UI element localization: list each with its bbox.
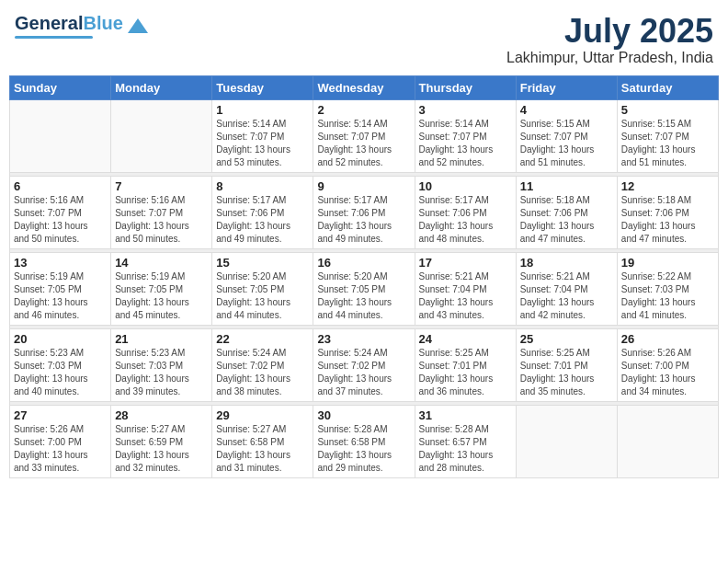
day-number: 22	[216, 332, 309, 346]
day-number: 25	[520, 332, 613, 346]
calendar-week-row-1: 1Sunrise: 5:14 AMSunset: 7:07 PMDaylight…	[10, 99, 719, 172]
calendar-cell: 7Sunrise: 5:16 AMSunset: 7:07 PMDaylight…	[111, 176, 212, 248]
day-info: Sunrise: 5:20 AMSunset: 7:05 PMDaylight:…	[317, 270, 410, 322]
day-info: Sunrise: 5:19 AMSunset: 7:05 PMDaylight:…	[115, 270, 208, 322]
calendar-cell: 2Sunrise: 5:14 AMSunset: 7:07 PMDaylight…	[313, 99, 415, 172]
calendar-cell: 11Sunrise: 5:18 AMSunset: 7:06 PMDayligh…	[516, 176, 617, 248]
calendar-cell: 22Sunrise: 5:24 AMSunset: 7:02 PMDayligh…	[212, 328, 313, 401]
calendar-cell: 10Sunrise: 5:17 AMSunset: 7:06 PMDayligh…	[415, 176, 516, 248]
calendar-cell: 6Sunrise: 5:16 AMSunset: 7:07 PMDaylight…	[10, 176, 111, 248]
day-info: Sunrise: 5:21 AMSunset: 7:04 PMDaylight:…	[419, 270, 512, 322]
calendar-cell: 3Sunrise: 5:14 AMSunset: 7:07 PMDaylight…	[415, 99, 516, 172]
day-info: Sunrise: 5:26 AMSunset: 7:00 PMDaylight:…	[14, 423, 107, 475]
day-info: Sunrise: 5:26 AMSunset: 7:00 PMDaylight:…	[621, 347, 714, 398]
logo-icon	[128, 18, 148, 33]
day-number: 23	[317, 332, 410, 346]
day-info: Sunrise: 5:17 AMSunset: 7:06 PMDaylight:…	[216, 194, 309, 246]
logo-blue-text: Blue	[83, 13, 122, 33]
day-info: Sunrise: 5:25 AMSunset: 7:01 PMDaylight:…	[419, 347, 512, 398]
day-number: 14	[115, 256, 208, 270]
day-info: Sunrise: 5:28 AMSunset: 6:58 PMDaylight:…	[317, 423, 410, 475]
calendar-week-row-4: 20Sunrise: 5:23 AMSunset: 7:03 PMDayligh…	[10, 328, 719, 401]
calendar-week-row-5: 27Sunrise: 5:26 AMSunset: 7:00 PMDayligh…	[10, 405, 719, 477]
calendar-cell: 14Sunrise: 5:19 AMSunset: 7:05 PMDayligh…	[111, 252, 212, 325]
calendar-table: SundayMondayTuesdayWednesdayThursdayFrid…	[9, 75, 719, 478]
day-number: 21	[115, 332, 208, 346]
page-header: GeneralBlue July 2025 Lakhimpur, Uttar P…	[9, 9, 719, 70]
calendar-week-row-3: 13Sunrise: 5:19 AMSunset: 7:05 PMDayligh…	[10, 252, 719, 325]
calendar-cell: 18Sunrise: 5:21 AMSunset: 7:04 PMDayligh…	[516, 252, 617, 325]
logo: GeneralBlue	[15, 13, 148, 39]
calendar-cell	[111, 99, 212, 172]
calendar-cell: 31Sunrise: 5:28 AMSunset: 6:57 PMDayligh…	[415, 405, 516, 477]
day-info: Sunrise: 5:17 AMSunset: 7:06 PMDaylight:…	[317, 194, 410, 246]
day-number: 13	[14, 256, 107, 270]
day-number: 5	[621, 103, 714, 117]
day-number: 18	[520, 256, 613, 270]
day-info: Sunrise: 5:15 AMSunset: 7:07 PMDaylight:…	[621, 118, 714, 169]
day-number: 19	[621, 256, 714, 270]
day-number: 11	[520, 179, 613, 193]
weekday-header-thursday: Thursday	[415, 75, 516, 99]
calendar-cell	[617, 405, 718, 477]
day-info: Sunrise: 5:16 AMSunset: 7:07 PMDaylight:…	[14, 194, 107, 246]
day-number: 7	[115, 179, 208, 193]
day-number: 30	[317, 408, 410, 422]
calendar-cell	[516, 405, 617, 477]
weekday-header-sunday: Sunday	[10, 75, 111, 99]
day-info: Sunrise: 5:19 AMSunset: 7:05 PMDaylight:…	[14, 270, 107, 322]
calendar-cell: 4Sunrise: 5:15 AMSunset: 7:07 PMDaylight…	[516, 99, 617, 172]
day-info: Sunrise: 5:20 AMSunset: 7:05 PMDaylight:…	[216, 270, 309, 322]
day-info: Sunrise: 5:22 AMSunset: 7:03 PMDaylight:…	[621, 270, 714, 322]
svg-marker-0	[128, 18, 148, 33]
calendar-cell: 29Sunrise: 5:27 AMSunset: 6:58 PMDayligh…	[212, 405, 313, 477]
day-number: 15	[216, 256, 309, 270]
calendar-cell: 15Sunrise: 5:20 AMSunset: 7:05 PMDayligh…	[212, 252, 313, 325]
day-info: Sunrise: 5:15 AMSunset: 7:07 PMDaylight:…	[520, 118, 613, 169]
calendar-cell: 20Sunrise: 5:23 AMSunset: 7:03 PMDayligh…	[10, 328, 111, 401]
weekday-header-tuesday: Tuesday	[212, 75, 313, 99]
day-number: 16	[317, 256, 410, 270]
calendar-cell: 23Sunrise: 5:24 AMSunset: 7:02 PMDayligh…	[313, 328, 415, 401]
day-info: Sunrise: 5:14 AMSunset: 7:07 PMDaylight:…	[419, 118, 512, 169]
day-number: 8	[216, 179, 309, 193]
calendar-cell: 27Sunrise: 5:26 AMSunset: 7:00 PMDayligh…	[10, 405, 111, 477]
day-info: Sunrise: 5:27 AMSunset: 6:59 PMDaylight:…	[115, 423, 208, 475]
day-number: 27	[14, 408, 107, 422]
day-info: Sunrise: 5:25 AMSunset: 7:01 PMDaylight:…	[520, 347, 613, 398]
weekday-header-wednesday: Wednesday	[313, 75, 415, 99]
day-info: Sunrise: 5:16 AMSunset: 7:07 PMDaylight:…	[115, 194, 208, 246]
day-info: Sunrise: 5:24 AMSunset: 7:02 PMDaylight:…	[317, 347, 410, 398]
calendar-cell: 21Sunrise: 5:23 AMSunset: 7:03 PMDayligh…	[111, 328, 212, 401]
day-info: Sunrise: 5:14 AMSunset: 7:07 PMDaylight:…	[216, 118, 309, 169]
day-info: Sunrise: 5:27 AMSunset: 6:58 PMDaylight:…	[216, 423, 309, 475]
day-number: 2	[317, 103, 410, 117]
calendar-cell: 26Sunrise: 5:26 AMSunset: 7:00 PMDayligh…	[617, 328, 718, 401]
calendar-cell: 30Sunrise: 5:28 AMSunset: 6:58 PMDayligh…	[313, 405, 415, 477]
day-info: Sunrise: 5:18 AMSunset: 7:06 PMDaylight:…	[621, 194, 714, 246]
calendar-cell: 5Sunrise: 5:15 AMSunset: 7:07 PMDaylight…	[617, 99, 718, 172]
logo-general: General	[15, 13, 83, 33]
day-number: 1	[216, 103, 309, 117]
day-number: 9	[317, 179, 410, 193]
calendar-cell: 1Sunrise: 5:14 AMSunset: 7:07 PMDaylight…	[212, 99, 313, 172]
day-number: 6	[14, 179, 107, 193]
day-info: Sunrise: 5:23 AMSunset: 7:03 PMDaylight:…	[14, 347, 107, 398]
title-area: July 2025 Lakhimpur, Uttar Pradesh, Indi…	[506, 13, 713, 66]
day-number: 26	[621, 332, 714, 346]
calendar-cell: 28Sunrise: 5:27 AMSunset: 6:59 PMDayligh…	[111, 405, 212, 477]
calendar-cell: 9Sunrise: 5:17 AMSunset: 7:06 PMDaylight…	[313, 176, 415, 248]
day-number: 10	[419, 179, 512, 193]
location-subtitle: Lakhimpur, Uttar Pradesh, India	[506, 50, 713, 66]
day-number: 4	[520, 103, 613, 117]
weekday-header-row: SundayMondayTuesdayWednesdayThursdayFrid…	[10, 75, 719, 99]
day-number: 3	[419, 103, 512, 117]
day-info: Sunrise: 5:24 AMSunset: 7:02 PMDaylight:…	[216, 347, 309, 398]
day-info: Sunrise: 5:18 AMSunset: 7:06 PMDaylight:…	[520, 194, 613, 246]
calendar-cell: 24Sunrise: 5:25 AMSunset: 7:01 PMDayligh…	[415, 328, 516, 401]
calendar-cell	[10, 99, 111, 172]
calendar-cell: 19Sunrise: 5:22 AMSunset: 7:03 PMDayligh…	[617, 252, 718, 325]
weekday-header-monday: Monday	[111, 75, 212, 99]
day-info: Sunrise: 5:14 AMSunset: 7:07 PMDaylight:…	[317, 118, 410, 169]
month-title: July 2025	[506, 13, 713, 50]
